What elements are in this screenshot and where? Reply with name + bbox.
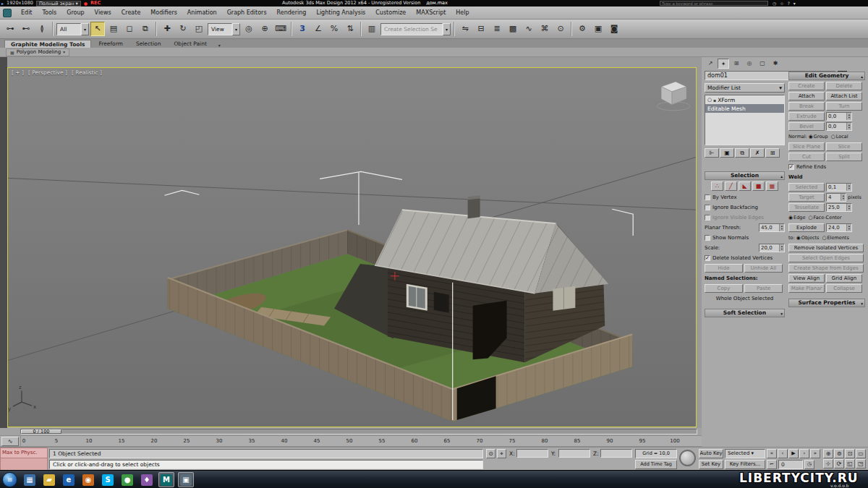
start-button[interactable]: ⊞ <box>2 472 17 487</box>
chevron-down-icon[interactable]: ▾ <box>81 23 89 35</box>
maxscript-mini-listener[interactable]: Max to Physc. <box>0 448 48 471</box>
tab-freeform[interactable]: Freeform <box>93 40 128 48</box>
numeric-field[interactable]: 25,0▴▾ <box>826 203 852 212</box>
add-time-tag-button[interactable]: Add Time Tag <box>635 460 677 469</box>
spinner-icon[interactable]: ▴▾ <box>846 184 851 191</box>
configure-modifier-sets-button[interactable]: ⊞ <box>765 148 780 158</box>
numeric-field[interactable]: 0,1▴▾ <box>826 183 852 192</box>
surface-properties-rollout-header[interactable]: Surface Properties▾ <box>788 299 865 307</box>
menu-help[interactable]: Help <box>451 7 474 20</box>
numeric-field[interactable]: 24,0▴▾ <box>826 223 852 232</box>
checkbox-by-vertex[interactable] <box>705 194 710 200</box>
radio-elements[interactable]: ○ <box>822 235 826 241</box>
soft-selection-rollout-header[interactable]: Soft Selection▾ <box>705 309 785 317</box>
modifier-list-dropdown[interactable]: Modifier List▾ <box>705 83 785 93</box>
checkbox-show-normals[interactable] <box>705 235 710 241</box>
pan-icon[interactable]: ⊹ <box>823 459 833 468</box>
numeric-field[interactable]: 4▴▾ <box>826 193 846 202</box>
make-unique-button[interactable]: ⧉ <box>735 148 749 158</box>
zoom-region-icon[interactable]: ◱ <box>845 459 855 468</box>
key-mode-toggle-button[interactable]: ⌐ <box>767 460 777 469</box>
radio-face-center[interactable]: ○ <box>808 215 812 221</box>
numeric-field[interactable]: 45,0▴▾ <box>759 223 785 232</box>
key-filters-button[interactable]: Key Filters... <box>725 460 765 469</box>
time-configuration-button[interactable]: ◷ <box>804 460 814 469</box>
listener-line[interactable] <box>0 458 48 471</box>
app-icon[interactable] <box>3 9 12 17</box>
select-and-scale-icon[interactable]: ◰ <box>192 22 206 36</box>
pin-stack-button[interactable]: ⊩ <box>705 148 719 158</box>
select-object-icon[interactable]: ↖ <box>90 22 105 36</box>
selection-lock-toggle[interactable]: ⊙ <box>486 449 495 458</box>
recorder-mode-dropdown[interactable]: Полный экран ▾ <box>36 1 81 7</box>
motion-tab[interactable]: ◎ <box>744 59 755 69</box>
mirror-icon[interactable]: ⇋ <box>458 22 472 36</box>
utilities-tab[interactable]: ✱ <box>770 59 781 69</box>
use-pivot-center-icon[interactable]: ◎ <box>242 22 256 36</box>
attach-list-button[interactable]: Attach List <box>826 92 862 100</box>
radio-group[interactable]: ◉ <box>809 134 813 140</box>
favorites-icon[interactable]: ☆ <box>780 0 783 7</box>
window-crossing-icon[interactable]: ⧉ <box>138 22 153 36</box>
perspective-viewport[interactable]: z x y [ + ] [ Perspective ] [ Realistic … <box>7 67 697 427</box>
y-coordinate-field[interactable] <box>558 449 590 458</box>
face-subobject-icon[interactable]: ◣ <box>739 181 751 191</box>
display-tab[interactable]: ▢ <box>757 59 768 69</box>
checkbox-delete-isolated-vertices[interactable]: ✓ <box>705 255 710 261</box>
internet-explorer-icon[interactable]: e <box>61 472 77 487</box>
select-and-move-icon[interactable]: ✚ <box>160 22 174 36</box>
modifier-visibility-icon[interactable]: ○ <box>707 97 712 103</box>
render-setup-icon[interactable]: ⚙ <box>575 22 590 36</box>
snap-toggle-icon[interactable]: 3 <box>295 22 310 36</box>
remove-modifier-button[interactable]: ✗ <box>750 148 765 158</box>
green-app-icon[interactable]: ● <box>119 472 135 487</box>
angle-snap-icon[interactable]: ∠ <box>311 22 326 36</box>
tab-selection[interactable]: Selection <box>130 40 167 48</box>
select-and-link-icon[interactable]: ⊶ <box>3 22 17 36</box>
edge-subobject-icon[interactable]: ╱ <box>725 181 737 191</box>
explode-button[interactable]: Explode <box>788 223 825 232</box>
checkbox-refine-ends[interactable]: ✓ <box>788 164 794 170</box>
render-production-icon[interactable]: ◙ <box>607 22 621 36</box>
vertex-subobject-icon[interactable]: ∴ <box>711 181 723 191</box>
checkbox-ignore-visible-edges[interactable] <box>705 215 710 221</box>
infocenter-search-input[interactable] <box>660 1 768 6</box>
spinner-icon[interactable]: ▴▾ <box>779 224 784 231</box>
material-editor-icon[interactable]: ⊙ <box>553 22 568 36</box>
unlink-selection-icon[interactable]: ⊷ <box>19 22 33 36</box>
viewport-menu-shading[interactable]: [ Realistic ] <box>72 69 102 76</box>
menu-tools[interactable]: Tools <box>38 7 62 20</box>
current-frame-field[interactable]: 0 <box>778 460 803 469</box>
curve-editor-icon[interactable]: ∿ <box>522 22 536 36</box>
edit-geometry-rollout-header[interactable]: Edit Geometry▴ <box>788 72 865 80</box>
keyboard-shortcut-override-icon[interactable]: ⌨ <box>273 22 288 36</box>
radio-edge[interactable]: ◉ <box>788 215 793 221</box>
selection-set-dropdown[interactable]: Selected ▾ <box>725 449 765 458</box>
percent-snap-icon[interactable]: % <box>327 22 341 36</box>
z-coordinate-field[interactable] <box>600 449 632 458</box>
spinner-icon[interactable]: ▴▾ <box>779 244 784 252</box>
checkbox-ignore-backfacing[interactable] <box>705 205 710 210</box>
set-key-mode-button[interactable] <box>679 450 696 466</box>
mini-curve-editor-button[interactable]: ∿ <box>1 437 19 446</box>
tab-graphite-modeling-tools[interactable]: Graphite Modeling Tools <box>4 40 91 48</box>
show-end-result-button[interactable]: ▣ <box>720 148 734 158</box>
numeric-field[interactable]: 0,0▴▾ <box>826 122 852 131</box>
menu-graph-editors[interactable]: Graph Editors <box>222 7 272 20</box>
polygon-modeling-panel[interactable]: ▦ Polygon Modeling ▾ <box>6 48 69 56</box>
graphics-app-icon[interactable]: ▣ <box>178 472 194 487</box>
set-key-button[interactable]: Set Key <box>699 460 723 469</box>
spinner-icon[interactable]: ▴▾ <box>846 224 851 231</box>
create-tab[interactable]: ↗ <box>705 59 716 69</box>
menu-views[interactable]: Views <box>90 7 116 20</box>
chevron-down-icon[interactable]: ▾ <box>443 23 451 35</box>
graphite-ribbon-toggle-icon[interactable]: ▩ <box>506 22 520 36</box>
menu-modifiers[interactable]: Modifiers <box>145 7 182 20</box>
show-desktop-icon[interactable]: ▦ <box>22 472 38 487</box>
play-button[interactable]: ▶ <box>788 449 799 458</box>
x-coordinate-field[interactable] <box>516 449 548 458</box>
selection-rollout-header[interactable]: Selection▴ <box>705 171 785 180</box>
spinner-icon[interactable]: ▴▾ <box>846 113 851 120</box>
numeric-field[interactable]: 20,0▴▾ <box>759 244 785 252</box>
align-icon[interactable]: ⊟ <box>474 22 488 36</box>
